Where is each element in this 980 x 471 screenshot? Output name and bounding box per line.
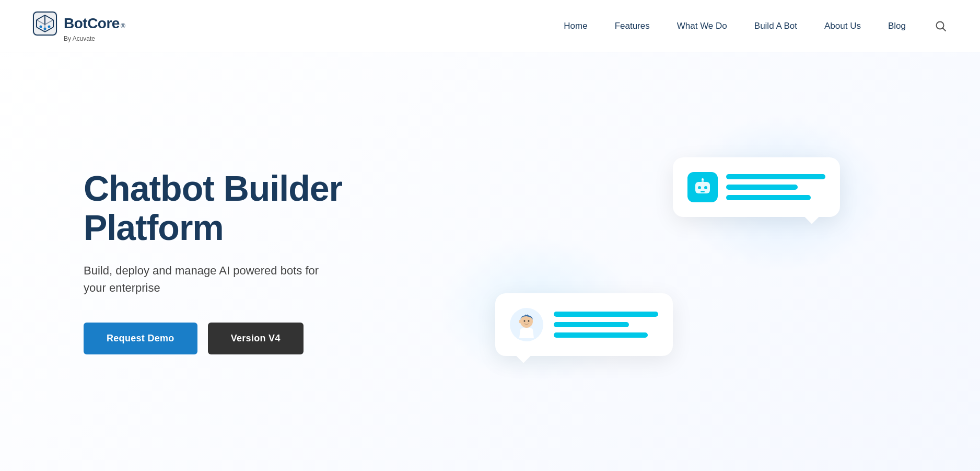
hero-cta-buttons: Request Demo Version V4 — [84, 323, 407, 354]
hero-subtitle: Build, deploy and manage AI powered bots… — [84, 262, 334, 296]
svg-rect-20 — [701, 191, 705, 192]
hero-section: Chatbot Builder Platform Build, deploy a… — [0, 52, 980, 471]
bot-face-icon — [692, 177, 713, 198]
human-line-1 — [554, 312, 658, 317]
svg-line-16 — [943, 28, 946, 31]
svg-point-26 — [519, 319, 522, 323]
logo-area: BotCore® By Acuvate — [31, 10, 125, 42]
human-face-icon — [513, 311, 540, 338]
human-chat-bubble — [495, 293, 673, 356]
hero-illustration — [407, 131, 917, 393]
logo-registered: ® — [121, 22, 125, 30]
bot-line-3 — [726, 195, 811, 200]
version-button[interactable]: Version V4 — [208, 323, 304, 354]
botcore-logo-icon — [31, 10, 59, 37]
bot-message-lines — [726, 174, 825, 200]
nav-about-us[interactable]: About Us — [824, 21, 861, 31]
svg-point-13 — [44, 27, 46, 30]
request-demo-button[interactable]: Request Demo — [84, 323, 197, 354]
main-navigation: Home Features What We Do Build A Bot Abo… — [564, 18, 949, 34]
logo-tagline: By Acuvate — [64, 35, 95, 42]
human-avatar — [510, 308, 543, 341]
nav-build-a-bot[interactable]: Build A Bot — [754, 21, 797, 31]
hero-content: Chatbot Builder Platform Build, deploy a… — [84, 169, 407, 354]
svg-point-14 — [48, 25, 51, 28]
nav-what-we-do[interactable]: What We Do — [677, 21, 727, 31]
chat-bubbles-illustration — [485, 136, 840, 387]
search-button[interactable] — [933, 18, 949, 34]
human-line-2 — [554, 322, 629, 327]
bot-line-1 — [726, 174, 825, 179]
human-line-3 — [554, 332, 648, 338]
svg-point-12 — [40, 25, 42, 28]
nav-features[interactable]: Features — [615, 21, 650, 31]
svg-point-22 — [702, 178, 704, 180]
bot-avatar — [687, 172, 718, 202]
svg-point-19 — [704, 186, 707, 189]
site-header: BotCore® By Acuvate Home Features What W… — [0, 0, 980, 52]
hero-title: Chatbot Builder Platform — [84, 169, 407, 247]
search-icon — [935, 20, 947, 32]
nav-blog[interactable]: Blog — [888, 21, 906, 31]
svg-point-24 — [524, 320, 526, 321]
svg-point-25 — [528, 320, 530, 321]
human-message-lines — [554, 312, 658, 338]
svg-point-18 — [698, 186, 701, 189]
bot-line-2 — [726, 185, 798, 190]
bot-chat-bubble — [673, 157, 840, 217]
nav-home[interactable]: Home — [564, 21, 587, 31]
logo-brand-name: BotCore — [64, 15, 120, 32]
